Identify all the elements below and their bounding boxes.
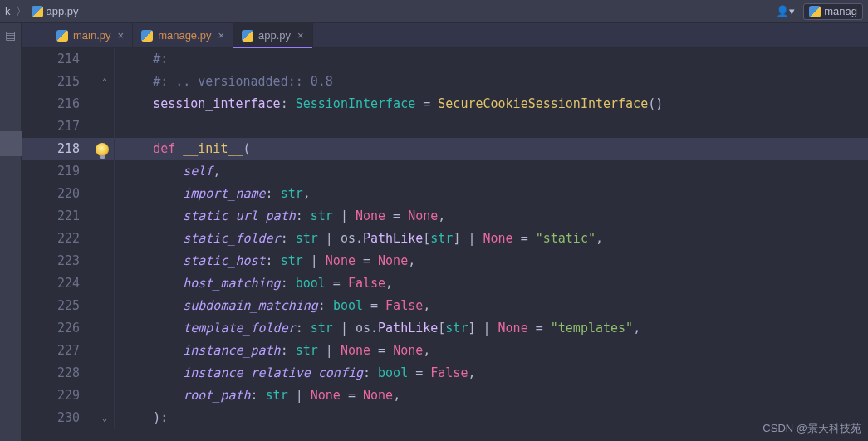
run-config-selector[interactable]: manag: [803, 3, 863, 20]
gutter[interactable]: 221: [22, 205, 115, 228]
code-text[interactable]: ):: [115, 407, 168, 429]
code-text[interactable]: self,: [115, 160, 220, 183]
tab-main-py[interactable]: main.py×: [48, 23, 133, 47]
line-number: 218: [47, 138, 80, 160]
python-file-icon: [141, 30, 153, 42]
line-number: 220: [47, 183, 80, 205]
line-number: 229: [47, 385, 80, 407]
gutter[interactable]: 224: [22, 272, 115, 295]
code-line[interactable]: 229 root_path: str | None = None,: [22, 385, 868, 407]
python-file-icon: [32, 6, 43, 17]
breadcrumb-bar: k 〉 app.py 👤▾ manag: [0, 0, 868, 23]
watermark: CSDN @景天科技苑: [763, 421, 861, 436]
code-line[interactable]: 225 subdomain_matching: bool = False,: [22, 295, 868, 317]
line-number: 214: [47, 48, 80, 71]
code-text[interactable]: def __init__(: [115, 138, 251, 160]
code-line[interactable]: 221 static_url_path: str | None = None,: [22, 205, 868, 228]
code-line[interactable]: 220 import_name: str,: [22, 183, 868, 205]
python-file-icon: [809, 6, 821, 17]
code-line[interactable]: 228 instance_relative_config: bool = Fal…: [22, 362, 868, 385]
gutter[interactable]: 214: [22, 48, 115, 71]
gutter[interactable]: 226: [22, 317, 115, 340]
run-config-label: manag: [824, 5, 857, 17]
gutter[interactable]: 229: [22, 385, 115, 407]
breadcrumb[interactable]: k 〉 app.py: [5, 4, 79, 19]
code-text[interactable]: subdomain_matching: bool = False,: [115, 295, 430, 317]
tab-app-py[interactable]: app.py×: [233, 23, 313, 47]
code-line[interactable]: 217: [22, 115, 868, 138]
line-number: 225: [47, 295, 80, 317]
left-rail-highlight: [0, 131, 22, 156]
line-number: 223: [47, 250, 80, 272]
editor-tabs: main.py×manage.py×app.py×: [22, 23, 868, 48]
line-number: 216: [47, 93, 80, 115]
fold-down-icon[interactable]: ⌄: [99, 413, 110, 424]
close-icon[interactable]: ×: [118, 29, 125, 42]
code-text[interactable]: host_matching: bool = False,: [115, 272, 393, 295]
line-number: 221: [47, 205, 80, 228]
code-text[interactable]: instance_path: str | None = None,: [115, 340, 430, 362]
code-text[interactable]: #: .. versionadded:: 0.8: [115, 71, 333, 93]
gutter[interactable]: 219: [22, 160, 115, 183]
line-number: 230: [47, 407, 80, 429]
fold-up-icon[interactable]: ⌃: [99, 76, 110, 88]
line-number: 222: [47, 228, 80, 250]
breadcrumb-parent: k: [5, 5, 11, 17]
line-number: 226: [47, 317, 80, 340]
line-number: 219: [47, 160, 80, 183]
code-text[interactable]: import_name: str,: [115, 183, 311, 205]
code-line[interactable]: 226 template_folder: str | os.PathLike[s…: [22, 317, 868, 340]
line-number: 217: [47, 115, 80, 138]
code-line[interactable]: 227 instance_path: str | None = None,: [22, 340, 868, 362]
code-text[interactable]: instance_relative_config: bool = False,: [115, 362, 475, 385]
line-number: 227: [47, 340, 80, 362]
gutter[interactable]: 228: [22, 362, 115, 385]
tab-label: manage.py: [158, 29, 211, 42]
line-number: 215: [47, 71, 80, 93]
code-line[interactable]: 218 def __init__(: [22, 138, 868, 160]
gutter[interactable]: 215⌃: [22, 71, 115, 93]
code-text[interactable]: #:: [115, 48, 168, 71]
gutter[interactable]: 217: [22, 115, 115, 138]
gutter[interactable]: 230⌄: [22, 407, 115, 429]
gutter[interactable]: 223: [22, 250, 115, 272]
left-tool-rail: ▤: [0, 23, 22, 441]
code-text[interactable]: template_folder: str | os.PathLike[str] …: [115, 317, 640, 340]
python-file-icon: [242, 30, 253, 42]
code-text[interactable]: static_host: str | None = None,: [115, 250, 415, 272]
tab-manage-py[interactable]: manage.py×: [133, 23, 233, 47]
close-icon[interactable]: ×: [218, 29, 224, 42]
code-line[interactable]: 222 static_folder: str | os.PathLike[str…: [22, 228, 868, 250]
code-line[interactable]: 223 static_host: str | None = None,: [22, 250, 868, 272]
breadcrumb-file-label: app.py: [47, 5, 79, 17]
code-text[interactable]: static_folder: str | os.PathLike[str] | …: [115, 228, 603, 250]
user-icon[interactable]: 👤▾: [776, 5, 795, 17]
code-text[interactable]: root_path: str | None = None,: [115, 385, 400, 407]
code-editor[interactable]: 214 #:215⌃ #: .. versionadded:: 0.8216 s…: [22, 48, 868, 441]
gutter[interactable]: 225: [22, 295, 115, 317]
breadcrumb-file[interactable]: app.py: [32, 5, 79, 17]
toolbar-right: 👤▾ manag: [776, 3, 863, 20]
close-icon[interactable]: ×: [297, 29, 304, 42]
line-number: 228: [47, 362, 80, 385]
code-line[interactable]: 216 session_interface: SessionInterface …: [22, 93, 868, 115]
code-line[interactable]: 230⌄ ):: [22, 407, 868, 429]
code-line[interactable]: 224 host_matching: bool = False,: [22, 272, 868, 295]
gutter[interactable]: 218: [22, 138, 115, 160]
gutter[interactable]: 227: [22, 340, 115, 362]
project-tool-icon[interactable]: ▤: [5, 28, 16, 42]
lightbulb-icon[interactable]: [96, 143, 109, 156]
code-line[interactable]: 219 self,: [22, 160, 868, 183]
chevron-right-icon: 〉: [16, 4, 27, 19]
tab-label: app.py: [258, 29, 291, 42]
gutter[interactable]: 220: [22, 183, 115, 205]
python-file-icon: [56, 30, 68, 42]
code-text[interactable]: static_url_path: str | None = None,: [115, 205, 445, 228]
gutter[interactable]: 216: [22, 93, 115, 115]
code-text[interactable]: session_interface: SessionInterface = Se…: [115, 93, 663, 115]
code-line[interactable]: 214 #:: [22, 48, 868, 71]
code-line[interactable]: 215⌃ #: .. versionadded:: 0.8: [22, 71, 868, 93]
tab-label: main.py: [73, 29, 111, 42]
gutter[interactable]: 222: [22, 228, 115, 250]
line-number: 224: [47, 272, 80, 295]
